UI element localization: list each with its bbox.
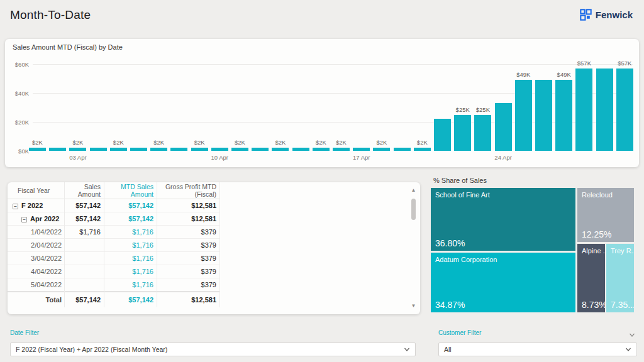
table-cell[interactable]: $57,142 bbox=[104, 296, 157, 304]
bar-14-apr[interactable] bbox=[292, 148, 309, 151]
row-header-cell[interactable]: 2/04/2022 bbox=[8, 241, 64, 249]
bar-1-apr[interactable] bbox=[29, 148, 46, 151]
bar-20-apr[interactable] bbox=[414, 148, 431, 151]
treemap-block-relecloud[interactable]: Relecloud 12.25% bbox=[577, 188, 634, 242]
table-cell[interactable]: $12,581 bbox=[157, 202, 219, 209]
column-header-mtd-sales-amount[interactable]: MTD Sales Amount bbox=[104, 183, 157, 198]
bar-27-apr[interactable] bbox=[555, 80, 572, 151]
customer-filter-collapse-icon[interactable] bbox=[629, 329, 636, 337]
share-of-sales-treemap: School of Fine Art 36.80% Relecloud 12.2… bbox=[431, 188, 634, 312]
table-cell[interactable]: $1,716 bbox=[104, 255, 157, 262]
bar-26-apr[interactable] bbox=[535, 80, 552, 151]
bar-value-label: $2K bbox=[267, 139, 294, 146]
table-total-row[interactable]: Total$57,142$57,142$12,581 bbox=[8, 292, 219, 307]
table-row-2-04-2022[interactable]: 2/04/2022$1,716$379 bbox=[8, 239, 219, 252]
bar-30-apr[interactable] bbox=[616, 69, 633, 151]
bar-21-apr[interactable] bbox=[434, 119, 451, 151]
table-cell[interactable]: $379 bbox=[157, 281, 219, 288]
table-row-apr-2022[interactable]: −Apr 2022$57,142$57,142$12,581 bbox=[8, 212, 219, 226]
table-cell[interactable]: $1,716 bbox=[104, 281, 157, 288]
row-header-cell[interactable]: Total bbox=[8, 296, 64, 304]
table-cell[interactable]: $379 bbox=[157, 255, 219, 262]
treemap-block-alpine[interactable]: Alpine ... 8.73% bbox=[577, 244, 605, 312]
table-row-1-04-2022[interactable]: 1/04/2022$1,716$1,716$379 bbox=[8, 226, 219, 239]
bar-3-apr[interactable] bbox=[69, 148, 86, 151]
table-row-3-04-2022[interactable]: 3/04/2022$1,716$379 bbox=[8, 252, 219, 265]
bar-18-apr[interactable] bbox=[373, 148, 390, 151]
bar-8-apr[interactable] bbox=[170, 148, 187, 151]
collapse-icon[interactable]: − bbox=[21, 217, 27, 222]
bar-7-apr[interactable] bbox=[150, 148, 167, 151]
x-axis-tick: 24 Apr bbox=[484, 154, 522, 161]
y-axis-tick: $60K bbox=[6, 61, 29, 68]
bar-13-apr[interactable] bbox=[272, 148, 289, 151]
bar-10-apr[interactable] bbox=[211, 148, 228, 151]
bar-22-apr[interactable] bbox=[454, 115, 471, 151]
table-cell[interactable]: $57,142 bbox=[64, 215, 104, 222]
table-cell[interactable]: $57,142 bbox=[64, 296, 104, 304]
bar-value-label: $49K bbox=[550, 71, 578, 78]
column-header-fiscal-year[interactable]: Fiscal Year bbox=[8, 187, 64, 194]
bar-28-apr[interactable] bbox=[575, 69, 592, 151]
column-header-sales-amount[interactable]: Sales Amount bbox=[64, 183, 104, 198]
bar-6-apr[interactable] bbox=[130, 148, 147, 151]
bar-23-apr[interactable] bbox=[474, 115, 491, 151]
row-header-cell[interactable]: 3/04/2022 bbox=[8, 255, 64, 262]
column-divider bbox=[64, 182, 65, 307]
scrollbar-thumb[interactable] bbox=[411, 199, 416, 220]
bar-16-apr[interactable] bbox=[333, 148, 350, 151]
bar-value-label: $2K bbox=[368, 139, 396, 146]
bar-2-apr[interactable] bbox=[49, 148, 66, 151]
scroll-down-icon[interactable]: ▼ bbox=[410, 303, 417, 309]
row-header-cell[interactable]: 1/04/2022 bbox=[8, 228, 64, 236]
row-header-cell[interactable]: 4/04/2022 bbox=[8, 268, 64, 275]
table-row-5-04-2022[interactable]: 5/04/2022$1,716$379 bbox=[8, 278, 219, 292]
table-cell[interactable]: $379 bbox=[157, 228, 219, 236]
column-divider bbox=[157, 182, 157, 307]
table-cell[interactable]: $57,142 bbox=[64, 202, 104, 209]
bar-5-apr[interactable] bbox=[110, 148, 127, 151]
table-row-f-2022[interactable]: −F 2022$57,142$57,142$12,581 bbox=[8, 199, 219, 212]
table-cell[interactable]: $1,716 bbox=[104, 228, 157, 236]
bar-value-label: $57K bbox=[570, 60, 598, 67]
bar-19-apr[interactable] bbox=[394, 148, 411, 151]
table-cell[interactable]: $379 bbox=[157, 268, 219, 275]
bar-29-apr[interactable] bbox=[596, 69, 613, 151]
customer-filter-value: All bbox=[444, 346, 452, 353]
y-axis-tick: $20K bbox=[6, 119, 29, 126]
bar-24-apr[interactable] bbox=[495, 103, 512, 151]
treemap-block-trey[interactable]: Trey R... 7.35... bbox=[606, 244, 634, 312]
column-header-gross-profit-mtd-fiscal-[interactable]: Gross Profit MTD (Fiscal) bbox=[157, 183, 219, 198]
y-axis-tick: $0K bbox=[6, 148, 29, 155]
table-cell[interactable]: $12,581 bbox=[157, 296, 219, 304]
bar-11-apr[interactable] bbox=[231, 148, 248, 151]
table-cell[interactable]: $1,716 bbox=[104, 241, 157, 249]
row-label: 1/04/2022 bbox=[31, 228, 62, 236]
bar-25-apr[interactable] bbox=[515, 80, 532, 151]
table-cell[interactable]: $1,716 bbox=[104, 268, 157, 275]
table-scrollbar[interactable]: ▲ ▼ bbox=[410, 187, 417, 309]
collapse-icon[interactable]: − bbox=[13, 204, 18, 209]
table-cell[interactable]: $1,716 bbox=[64, 228, 104, 236]
table-cell[interactable]: $57,142 bbox=[104, 215, 157, 222]
treemap-block-school-of-fine-art[interactable]: School of Fine Art 36.80% bbox=[431, 188, 575, 251]
date-filter-dropdown[interactable]: F 2022 (Fiscal Year) + Apr 2022 (Fiscal … bbox=[10, 343, 416, 356]
table-row-4-04-2022[interactable]: 4/04/2022$1,716$379 bbox=[8, 265, 219, 278]
table-cell[interactable]: $12,581 bbox=[157, 215, 219, 222]
row-header-cell[interactable]: −F 2022 bbox=[8, 202, 64, 209]
bar-9-apr[interactable] bbox=[191, 148, 208, 151]
scroll-up-icon[interactable]: ▲ bbox=[410, 187, 417, 194]
bar-4-apr[interactable] bbox=[90, 148, 107, 151]
table-cell[interactable]: $57,142 bbox=[104, 202, 157, 209]
bar-15-apr[interactable] bbox=[313, 148, 330, 151]
bar-12-apr[interactable] bbox=[252, 148, 269, 151]
chevron-down-icon bbox=[625, 346, 631, 353]
row-header-cell[interactable]: −Apr 2022 bbox=[8, 215, 64, 222]
treemap-block-adatum-corporation[interactable]: Adatum Corporation 34.87% bbox=[431, 253, 575, 312]
bar-17-apr[interactable] bbox=[353, 148, 370, 151]
row-label: Apr 2022 bbox=[30, 215, 59, 222]
row-header-cell[interactable]: 5/04/2022 bbox=[8, 281, 64, 288]
treemap-block-value: 12.25% bbox=[582, 229, 611, 239]
customer-filter-dropdown[interactable]: All bbox=[438, 343, 637, 356]
table-cell[interactable]: $379 bbox=[157, 241, 219, 249]
